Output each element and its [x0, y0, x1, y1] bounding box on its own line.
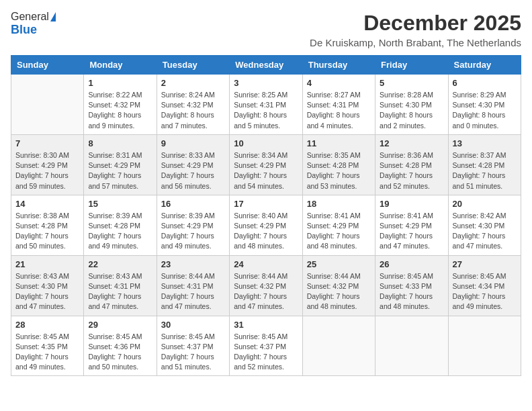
- day-info: Sunrise: 8:45 AMSunset: 4:36 PMDaylight:…: [88, 332, 152, 373]
- calendar-cell: 10Sunrise: 8:34 AMSunset: 4:29 PMDayligh…: [230, 134, 302, 195]
- day-number: 8: [88, 138, 152, 148]
- day-number: 5: [380, 78, 443, 88]
- column-header-friday: Friday: [375, 56, 448, 75]
- day-number: 1: [88, 78, 152, 88]
- day-info: Sunrise: 8:45 AMSunset: 4:34 PMDaylight:…: [453, 271, 517, 312]
- day-number: 30: [161, 320, 225, 330]
- day-number: 18: [307, 199, 371, 209]
- calendar-cell: 31Sunrise: 8:45 AMSunset: 4:37 PMDayligh…: [230, 316, 302, 376]
- day-number: 26: [380, 259, 443, 269]
- calendar-cell: 13Sunrise: 8:37 AMSunset: 4:28 PMDayligh…: [448, 134, 521, 195]
- day-number: 6: [453, 78, 517, 88]
- calendar-cell: 6Sunrise: 8:29 AMSunset: 4:30 PMDaylight…: [448, 75, 521, 135]
- calendar-cell: 15Sunrise: 8:39 AMSunset: 4:28 PMDayligh…: [84, 195, 157, 255]
- location-subtitle: De Kruiskamp, North Brabant, The Netherl…: [310, 37, 521, 48]
- calendar-table: SundayMondayTuesdayWednesdayThursdayFrid…: [11, 55, 521, 376]
- calendar-cell: [11, 75, 84, 135]
- calendar-week-row: 28Sunrise: 8:45 AMSunset: 4:35 PMDayligh…: [11, 316, 521, 376]
- day-info: Sunrise: 8:41 AMSunset: 4:29 PMDaylight:…: [307, 211, 371, 252]
- day-info: Sunrise: 8:40 AMSunset: 4:29 PMDaylight:…: [234, 211, 298, 252]
- calendar-cell: 19Sunrise: 8:41 AMSunset: 4:29 PMDayligh…: [375, 195, 448, 255]
- calendar-cell: 4Sunrise: 8:27 AMSunset: 4:31 PMDaylight…: [302, 75, 375, 135]
- calendar-cell: [375, 316, 448, 376]
- day-info: Sunrise: 8:33 AMSunset: 4:29 PMDaylight:…: [161, 150, 225, 191]
- day-info: Sunrise: 8:44 AMSunset: 4:32 PMDaylight:…: [307, 271, 371, 312]
- calendar-cell: 25Sunrise: 8:44 AMSunset: 4:32 PMDayligh…: [302, 255, 375, 316]
- calendar-week-row: 7Sunrise: 8:30 AMSunset: 4:29 PMDaylight…: [11, 134, 521, 195]
- logo-triangle-icon: [50, 12, 56, 21]
- calendar-cell: 8Sunrise: 8:31 AMSunset: 4:29 PMDaylight…: [84, 134, 157, 195]
- day-info: Sunrise: 8:44 AMSunset: 4:31 PMDaylight:…: [161, 271, 225, 312]
- day-info: Sunrise: 8:44 AMSunset: 4:32 PMDaylight:…: [234, 271, 298, 312]
- page-header: General Blue December 2025 De Kruiskamp,…: [11, 11, 521, 48]
- logo-general-text: General: [11, 11, 49, 23]
- calendar-week-row: 21Sunrise: 8:43 AMSunset: 4:30 PMDayligh…: [11, 255, 521, 316]
- day-number: 24: [234, 259, 298, 269]
- day-info: Sunrise: 8:39 AMSunset: 4:28 PMDaylight:…: [88, 211, 152, 252]
- calendar-cell: 30Sunrise: 8:45 AMSunset: 4:37 PMDayligh…: [157, 316, 229, 376]
- day-number: 27: [453, 259, 517, 269]
- day-number: 25: [307, 259, 371, 269]
- calendar-cell: 1Sunrise: 8:22 AMSunset: 4:32 PMDaylight…: [84, 75, 157, 135]
- day-number: 23: [161, 259, 225, 269]
- day-info: Sunrise: 8:36 AMSunset: 4:28 PMDaylight:…: [380, 150, 443, 191]
- day-info: Sunrise: 8:25 AMSunset: 4:31 PMDaylight:…: [234, 90, 298, 131]
- calendar-cell: 16Sunrise: 8:39 AMSunset: 4:29 PMDayligh…: [157, 195, 229, 255]
- day-info: Sunrise: 8:43 AMSunset: 4:30 PMDaylight:…: [15, 271, 79, 312]
- calendar-cell: 18Sunrise: 8:41 AMSunset: 4:29 PMDayligh…: [302, 195, 375, 255]
- day-number: 31: [234, 320, 298, 330]
- calendar-cell: 29Sunrise: 8:45 AMSunset: 4:36 PMDayligh…: [84, 316, 157, 376]
- day-info: Sunrise: 8:45 AMSunset: 4:33 PMDaylight:…: [380, 271, 443, 312]
- title-block: December 2025 De Kruiskamp, North Braban…: [310, 11, 521, 48]
- calendar-cell: 21Sunrise: 8:43 AMSunset: 4:30 PMDayligh…: [11, 255, 84, 316]
- day-number: 15: [88, 199, 152, 209]
- day-number: 19: [380, 199, 443, 209]
- day-info: Sunrise: 8:34 AMSunset: 4:29 PMDaylight:…: [234, 150, 298, 191]
- calendar-cell: 2Sunrise: 8:24 AMSunset: 4:32 PMDaylight…: [157, 75, 229, 135]
- column-header-wednesday: Wednesday: [230, 56, 302, 75]
- calendar-cell: 20Sunrise: 8:42 AMSunset: 4:30 PMDayligh…: [448, 195, 521, 255]
- day-info: Sunrise: 8:41 AMSunset: 4:29 PMDaylight:…: [380, 211, 443, 252]
- calendar-week-row: 1Sunrise: 8:22 AMSunset: 4:32 PMDaylight…: [11, 75, 521, 135]
- column-header-monday: Monday: [84, 56, 157, 75]
- day-number: 11: [307, 138, 371, 148]
- day-number: 22: [88, 259, 152, 269]
- day-number: 12: [380, 138, 443, 148]
- day-info: Sunrise: 8:28 AMSunset: 4:30 PMDaylight:…: [380, 90, 443, 131]
- day-number: 28: [15, 320, 79, 330]
- day-number: 16: [161, 199, 225, 209]
- day-info: Sunrise: 8:27 AMSunset: 4:31 PMDaylight:…: [307, 90, 371, 131]
- calendar-cell: 11Sunrise: 8:35 AMSunset: 4:28 PMDayligh…: [302, 134, 375, 195]
- day-info: Sunrise: 8:45 AMSunset: 4:37 PMDaylight:…: [161, 332, 225, 373]
- day-info: Sunrise: 8:24 AMSunset: 4:32 PMDaylight:…: [161, 90, 225, 131]
- calendar-cell: 5Sunrise: 8:28 AMSunset: 4:30 PMDaylight…: [375, 75, 448, 135]
- day-number: 3: [234, 78, 298, 88]
- day-info: Sunrise: 8:31 AMSunset: 4:29 PMDaylight:…: [88, 150, 152, 191]
- calendar-cell: 17Sunrise: 8:40 AMSunset: 4:29 PMDayligh…: [230, 195, 302, 255]
- day-info: Sunrise: 8:39 AMSunset: 4:29 PMDaylight:…: [161, 211, 225, 252]
- day-info: Sunrise: 8:43 AMSunset: 4:31 PMDaylight:…: [88, 271, 152, 312]
- day-number: 9: [161, 138, 225, 148]
- calendar-cell: 27Sunrise: 8:45 AMSunset: 4:34 PMDayligh…: [448, 255, 521, 316]
- calendar-week-row: 14Sunrise: 8:38 AMSunset: 4:28 PMDayligh…: [11, 195, 521, 255]
- day-info: Sunrise: 8:45 AMSunset: 4:35 PMDaylight:…: [15, 332, 79, 373]
- column-header-saturday: Saturday: [448, 56, 521, 75]
- calendar-cell: 26Sunrise: 8:45 AMSunset: 4:33 PMDayligh…: [375, 255, 448, 316]
- calendar-cell: 12Sunrise: 8:36 AMSunset: 4:28 PMDayligh…: [375, 134, 448, 195]
- calendar-cell: 23Sunrise: 8:44 AMSunset: 4:31 PMDayligh…: [157, 255, 229, 316]
- day-info: Sunrise: 8:42 AMSunset: 4:30 PMDaylight:…: [453, 211, 517, 252]
- day-number: 13: [453, 138, 517, 148]
- calendar-cell: 28Sunrise: 8:45 AMSunset: 4:35 PMDayligh…: [11, 316, 84, 376]
- calendar-cell: 14Sunrise: 8:38 AMSunset: 4:28 PMDayligh…: [11, 195, 84, 255]
- column-header-thursday: Thursday: [302, 56, 375, 75]
- day-number: 29: [88, 320, 152, 330]
- logo: General Blue: [11, 11, 56, 37]
- day-info: Sunrise: 8:37 AMSunset: 4:28 PMDaylight:…: [453, 150, 517, 191]
- day-number: 10: [234, 138, 298, 148]
- calendar-cell: 22Sunrise: 8:43 AMSunset: 4:31 PMDayligh…: [84, 255, 157, 316]
- calendar-cell: 9Sunrise: 8:33 AMSunset: 4:29 PMDaylight…: [157, 134, 229, 195]
- calendar-header-row: SundayMondayTuesdayWednesdayThursdayFrid…: [11, 56, 521, 75]
- calendar-cell: [448, 316, 521, 376]
- calendar-cell: 3Sunrise: 8:25 AMSunset: 4:31 PMDaylight…: [230, 75, 302, 135]
- day-info: Sunrise: 8:45 AMSunset: 4:37 PMDaylight:…: [234, 332, 298, 373]
